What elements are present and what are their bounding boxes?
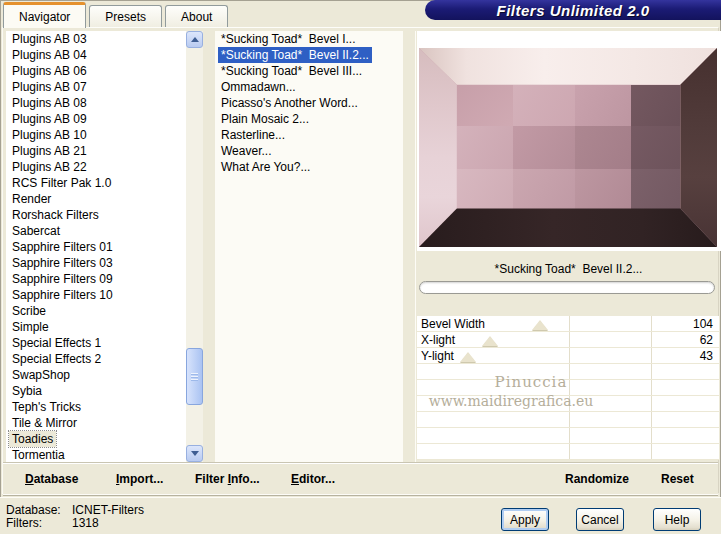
database-button-key: D bbox=[25, 472, 34, 486]
category-item[interactable]: RCS Filter Pak 1.0 bbox=[6, 175, 189, 191]
category-item-label: Plugins AB 03 bbox=[9, 31, 90, 47]
preview-image[interactable] bbox=[419, 48, 717, 247]
filter-item-label: Rasterline... bbox=[218, 127, 288, 143]
filter-item[interactable]: *Sucking Toad* Bevel II.2... bbox=[215, 47, 403, 63]
filter-item[interactable]: Rasterline... bbox=[215, 127, 403, 143]
tab-navigator-label: Navigator bbox=[19, 10, 70, 24]
category-item[interactable]: Plugins AB 10 bbox=[6, 127, 189, 143]
category-item[interactable]: Plugins AB 06 bbox=[6, 63, 189, 79]
filters-label: Filters: bbox=[6, 517, 72, 530]
category-item[interactable]: Plugins AB 08 bbox=[6, 95, 189, 111]
category-item[interactable]: Sapphire Filters 09 bbox=[6, 271, 189, 287]
category-item[interactable]: Teph's Tricks bbox=[6, 399, 189, 415]
category-item[interactable]: Special Effects 2 bbox=[6, 351, 189, 367]
slider-value: 104 bbox=[693, 317, 713, 331]
filter-item[interactable]: Picasso's Another Word... bbox=[215, 95, 403, 111]
category-item[interactable]: Plugins AB 03 bbox=[6, 31, 189, 47]
arrow-up-icon bbox=[191, 37, 199, 42]
category-item[interactable]: Sapphire Filters 10 bbox=[6, 287, 189, 303]
scroll-down-button[interactable] bbox=[186, 445, 203, 462]
import-button-rest: mport... bbox=[119, 472, 163, 486]
database-button[interactable]: Database bbox=[25, 472, 78, 486]
slider-label: Bevel Width bbox=[421, 317, 485, 331]
filter-item-label: Weaver... bbox=[218, 143, 274, 159]
filter-item-label: *Sucking Toad* Bevel III... bbox=[218, 63, 365, 79]
slider-thumb[interactable] bbox=[460, 352, 476, 362]
category-item[interactable]: SwapShop bbox=[6, 367, 189, 383]
filter-info-button[interactable]: Filter Info... bbox=[195, 472, 260, 486]
filter-item[interactable]: *Sucking Toad* Bevel III... bbox=[215, 63, 403, 79]
filters-value: 1318 bbox=[72, 517, 144, 530]
filter-item-label: What Are You?... bbox=[218, 159, 313, 175]
category-scrollbar[interactable] bbox=[186, 31, 203, 462]
filter-item[interactable]: Ommadawn... bbox=[215, 79, 403, 95]
category-item[interactable]: Sapphire Filters 03 bbox=[6, 255, 189, 271]
scrollbar-thumb[interactable] bbox=[186, 348, 203, 405]
arrow-down-icon bbox=[191, 451, 199, 456]
slider-value: 43 bbox=[700, 349, 713, 363]
category-item-label: RCS Filter Pak 1.0 bbox=[9, 175, 114, 191]
category-item-label: Sabercat bbox=[9, 223, 63, 239]
slider-bevel-width[interactable]: Bevel Width 104 bbox=[417, 316, 719, 332]
category-item-label: Toadies bbox=[9, 431, 56, 447]
tab-navigator[interactable]: Navigator bbox=[3, 2, 86, 28]
editor-button-rest: ditor... bbox=[299, 472, 335, 486]
category-item[interactable]: Plugins AB 22 bbox=[6, 159, 189, 175]
preview-box bbox=[417, 31, 721, 251]
category-item-label: SwapShop bbox=[9, 367, 73, 383]
help-button[interactable]: Help bbox=[653, 508, 701, 531]
category-item-label: Sybia bbox=[9, 383, 45, 399]
tab-presets-label: Presets bbox=[105, 10, 146, 24]
category-item-label: Plugins AB 08 bbox=[9, 95, 90, 111]
category-item-label: Sapphire Filters 09 bbox=[9, 271, 116, 287]
category-item-label: Plugins AB 10 bbox=[9, 127, 90, 143]
apply-button[interactable]: Apply bbox=[501, 508, 549, 531]
slider-thumb[interactable] bbox=[482, 336, 498, 346]
category-item[interactable]: Plugins AB 04 bbox=[6, 47, 189, 63]
tab-about[interactable]: About bbox=[165, 5, 228, 27]
slider-x-light[interactable]: X-light 62 bbox=[417, 332, 719, 348]
filter-list: *Sucking Toad* Bevel I... *Sucking Toad*… bbox=[215, 31, 403, 462]
category-item[interactable]: Plugins AB 09 bbox=[6, 111, 189, 127]
category-item[interactable]: Sabercat bbox=[6, 223, 189, 239]
category-item-label: Sapphire Filters 01 bbox=[9, 239, 116, 255]
cancel-button[interactable]: Cancel bbox=[576, 508, 624, 531]
filter-item[interactable]: What Are You?... bbox=[215, 159, 403, 175]
category-item[interactable]: Rorshack Filters bbox=[6, 207, 189, 223]
category-item[interactable]: Scribe bbox=[6, 303, 189, 319]
reset-button[interactable]: Reset bbox=[661, 472, 694, 486]
randomize-button[interactable]: Randomize bbox=[565, 472, 629, 486]
filter-item[interactable]: Weaver... bbox=[215, 143, 403, 159]
import-button[interactable]: Import... bbox=[116, 472, 163, 486]
filter-item[interactable]: Plain Mosaic 2... bbox=[215, 111, 403, 127]
category-item-label: Special Effects 2 bbox=[9, 351, 104, 367]
database-button-rest: atabase bbox=[34, 472, 79, 486]
slider-thumb[interactable] bbox=[532, 320, 548, 330]
apply-button-label: Apply bbox=[510, 513, 540, 527]
slider-y-light[interactable]: Y-light 43 bbox=[417, 348, 719, 364]
window-title: Filters Unlimited 2.0 bbox=[425, 0, 721, 20]
category-item[interactable]: Toadies bbox=[6, 431, 189, 447]
category-item[interactable]: Special Effects 1 bbox=[6, 335, 189, 351]
editor-button[interactable]: Editor... bbox=[291, 472, 335, 486]
category-item[interactable]: Render bbox=[6, 191, 189, 207]
category-item-label: Plugins AB 09 bbox=[9, 111, 90, 127]
scroll-up-button[interactable] bbox=[186, 31, 203, 48]
category-item[interactable]: Sybia bbox=[6, 383, 189, 399]
category-item[interactable]: Simple bbox=[6, 319, 189, 335]
category-item[interactable]: Tile & Mirror bbox=[6, 415, 189, 431]
tab-presets[interactable]: Presets bbox=[89, 5, 162, 27]
help-button-label: Help bbox=[665, 513, 690, 527]
filter-info-button-pre: Filter bbox=[195, 472, 228, 486]
category-item[interactable]: Tormentia bbox=[6, 447, 189, 462]
category-item-label: Plugins AB 06 bbox=[9, 63, 90, 79]
filter-item-label: Ommadawn... bbox=[218, 79, 299, 95]
filter-item[interactable]: *Sucking Toad* Bevel I... bbox=[215, 31, 403, 47]
slider-row-empty bbox=[417, 444, 719, 460]
category-item[interactable]: Sapphire Filters 01 bbox=[6, 239, 189, 255]
watermark-url: www.maidiregrafica.eu bbox=[421, 393, 601, 409]
category-item[interactable]: Plugins AB 21 bbox=[6, 143, 189, 159]
preview-backwall bbox=[457, 85, 681, 209]
slider-value: 62 bbox=[700, 333, 713, 347]
category-item[interactable]: Plugins AB 07 bbox=[6, 79, 189, 95]
